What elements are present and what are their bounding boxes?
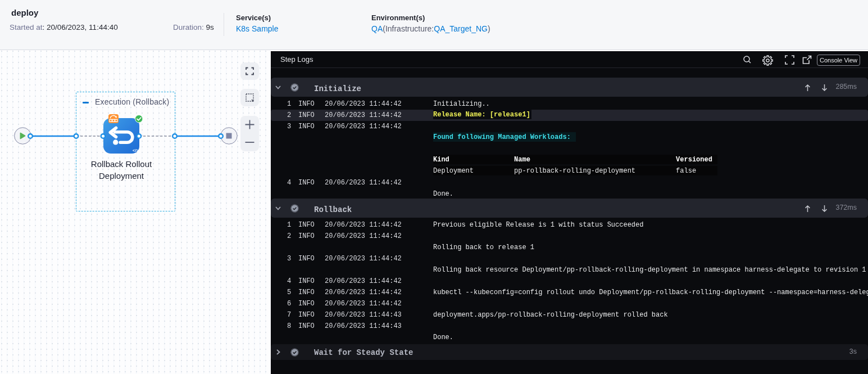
svg-text:</>: </>: [133, 148, 139, 153]
